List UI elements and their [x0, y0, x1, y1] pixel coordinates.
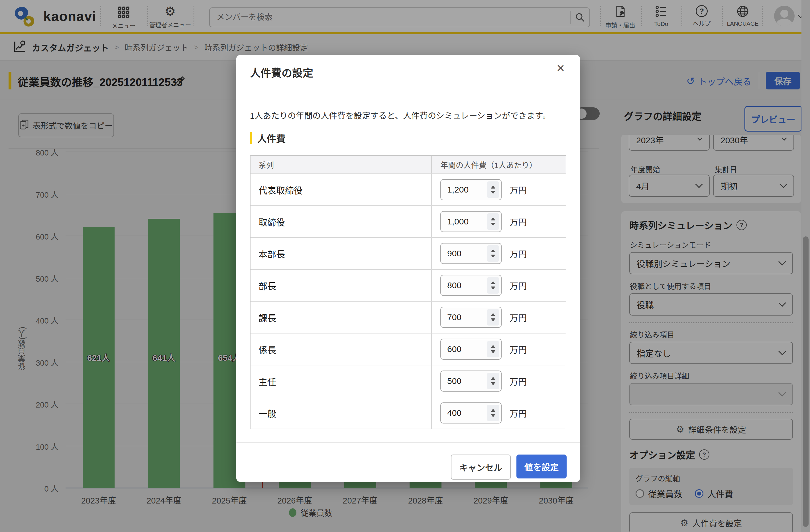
stepper-buttons[interactable] [487, 309, 499, 326]
unit-label: 万円 [509, 279, 527, 292]
cost-input-value: 1,000 [441, 217, 487, 227]
cost-value-cell: 400万円 [432, 397, 566, 429]
step-up-icon[interactable] [491, 217, 495, 220]
table-row: 一般400万円 [250, 397, 566, 429]
column-header-cost: 年間の人件費（1人あたり） [432, 159, 566, 170]
cost-value-cell: 900万円 [432, 238, 566, 269]
cost-section-header: 人件費 [250, 131, 286, 145]
unit-label: 万円 [509, 375, 527, 387]
unit-label: 万円 [509, 311, 527, 323]
cost-input[interactable]: 1,000 [440, 211, 502, 232]
step-down-icon[interactable] [491, 286, 495, 289]
divider [236, 88, 580, 88]
step-down-icon[interactable] [491, 223, 495, 226]
cost-input[interactable]: 900 [440, 243, 502, 264]
cancel-button[interactable]: キャンセル [451, 454, 511, 480]
series-label-cell: 本部長 [250, 238, 432, 269]
table-row: 取締役1,000万円 [250, 205, 566, 237]
cost-input-value: 1,200 [441, 185, 487, 195]
table-row: 課長700万円 [250, 301, 566, 333]
stepper-buttons[interactable] [487, 405, 499, 421]
cost-value-cell: 1,000万円 [432, 206, 566, 237]
cost-input[interactable]: 800 [440, 275, 502, 296]
cost-value-cell: 800万円 [432, 270, 566, 301]
table-row: 本部長900万円 [250, 237, 566, 269]
unit-label: 万円 [509, 343, 527, 355]
divider [236, 442, 580, 443]
step-up-icon[interactable] [491, 185, 495, 188]
personnel-cost-modal: 人件費の設定 × 1人あたりの年間の人件費を設定すると、人件費のシミュレーション… [236, 55, 580, 482]
series-label-cell: 代表取締役 [250, 174, 432, 205]
series-label-cell: 一般 [250, 397, 432, 429]
cost-input-value: 700 [441, 312, 487, 322]
column-header-series: 系列 [250, 156, 432, 173]
step-up-icon[interactable] [491, 313, 495, 316]
cost-value-cell: 500万円 [432, 365, 566, 397]
cost-input-value: 600 [441, 344, 487, 354]
stepper-buttons[interactable] [487, 373, 499, 389]
series-label-cell: 主任 [250, 365, 432, 397]
table-row: 係長600万円 [250, 333, 566, 365]
close-icon[interactable]: × [557, 61, 565, 75]
cost-input-value: 800 [441, 281, 487, 290]
cost-input-value: 900 [441, 249, 487, 258]
cost-input[interactable]: 700 [440, 307, 502, 328]
stepper-buttons[interactable] [487, 341, 499, 358]
cost-value-cell: 700万円 [432, 302, 566, 333]
unit-label: 万円 [509, 407, 527, 419]
cost-input[interactable]: 1,200 [440, 179, 502, 200]
table-row: 部長800万円 [250, 269, 566, 301]
step-down-icon[interactable] [491, 318, 495, 321]
step-down-icon[interactable] [491, 382, 495, 385]
cost-input-value: 500 [441, 376, 487, 386]
step-up-icon[interactable] [491, 345, 495, 348]
stepper-buttons[interactable] [487, 245, 499, 262]
cost-value-cell: 600万円 [432, 333, 566, 365]
step-up-icon[interactable] [491, 281, 495, 284]
app-screen: kaonavi メニュー ⚙ 管理者メニュー [0, 0, 810, 532]
table-header-row: 系列 年間の人件費（1人あたり） [250, 156, 566, 173]
table-row: 代表取締役1,200万円 [250, 173, 566, 205]
step-up-icon[interactable] [491, 249, 495, 252]
series-label-cell: 取締役 [250, 206, 432, 237]
set-values-button[interactable]: 値を設定 [516, 454, 567, 479]
unit-label: 万円 [509, 183, 527, 196]
series-label-cell: 係長 [250, 333, 432, 365]
table-row: 主任500万円 [250, 365, 566, 397]
step-down-icon[interactable] [491, 350, 495, 353]
step-down-icon[interactable] [491, 191, 495, 194]
cost-input[interactable]: 500 [440, 370, 502, 392]
step-down-icon[interactable] [491, 255, 495, 258]
step-down-icon[interactable] [491, 414, 495, 417]
unit-label: 万円 [509, 215, 527, 228]
unit-label: 万円 [509, 247, 527, 260]
series-label-cell: 部長 [250, 270, 432, 301]
section-title: 人件費 [257, 131, 286, 145]
cost-value-cell: 1,200万円 [432, 174, 566, 205]
modal-description: 1人あたりの年間の人件費を設定すると、人件費のシミュレーションができます。 [250, 109, 551, 121]
section-accent-bar [250, 132, 252, 144]
stepper-buttons[interactable] [487, 181, 499, 198]
cost-input[interactable]: 400 [440, 402, 502, 423]
stepper-buttons[interactable] [487, 213, 499, 230]
step-up-icon[interactable] [491, 377, 495, 380]
cost-input[interactable]: 600 [440, 339, 502, 360]
series-label-cell: 課長 [250, 302, 432, 333]
cost-input-value: 400 [441, 408, 487, 418]
step-up-icon[interactable] [491, 409, 495, 412]
stepper-buttons[interactable] [487, 277, 499, 294]
personnel-cost-table: 系列 年間の人件費（1人あたり） 代表取締役1,200万円取締役1,000万円本… [250, 155, 566, 429]
modal-title: 人件費の設定 [250, 65, 313, 80]
